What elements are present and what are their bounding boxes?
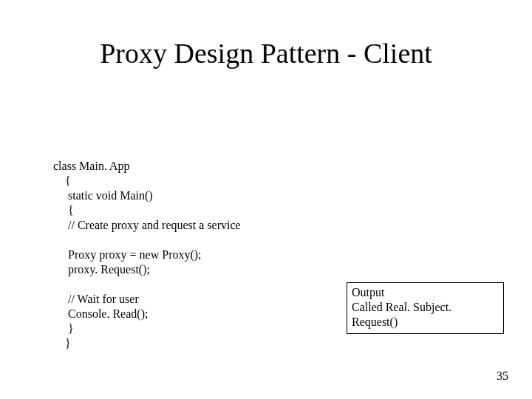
output-box: Output Called Real. Subject. Request(): [347, 282, 504, 334]
code-line: // Wait for user: [53, 293, 139, 305]
slide-title: Proxy Design Pattern - Client: [0, 37, 532, 69]
code-line: Proxy proxy = new Proxy();: [53, 248, 202, 261]
output-label: Output: [352, 285, 499, 300]
code-line: class Main. App: [53, 160, 130, 172]
code-line: {: [53, 204, 74, 216]
page-number: 35: [497, 369, 508, 383]
code-block: class Main. App { static void Main() { /…: [53, 144, 241, 366]
code-line: Console. Read();: [53, 307, 148, 320]
code-line: proxy. Request();: [53, 263, 150, 276]
output-text: Called Real. Subject. Request(): [352, 300, 499, 330]
code-line: static void Main(): [53, 189, 153, 202]
code-line: {: [53, 174, 71, 187]
code-line: }: [53, 337, 71, 349]
code-line: // Create proxy and request a service: [53, 219, 241, 231]
code-line: }: [53, 322, 74, 335]
slide: Proxy Design Pattern - Client class Main…: [0, 0, 532, 399]
